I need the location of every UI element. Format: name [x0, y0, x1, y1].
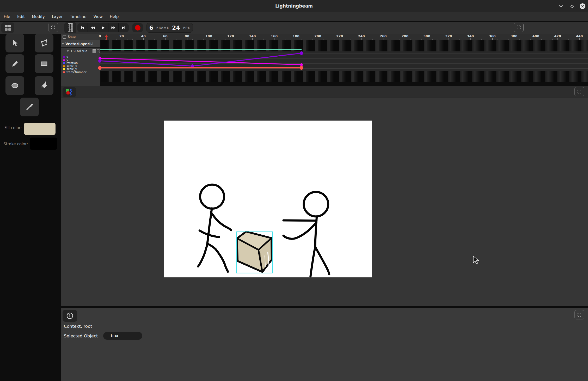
frame-cells-row[interactable]: [100, 71, 588, 82]
ruler-label: 340: [467, 34, 474, 38]
property-row-scale_y[interactable]: scale_y: [61, 68, 100, 71]
go-to-start-button[interactable]: [77, 23, 88, 32]
fill-color-swatch[interactable]: [24, 123, 56, 135]
context-label: Context: root: [64, 324, 92, 329]
ruler-tick: [165, 38, 166, 40]
info-tab-button[interactable]: [63, 310, 77, 322]
toolbox-expand-button[interactable]: [48, 23, 58, 32]
ruler-label: 380: [511, 34, 517, 38]
ruler-tick: [579, 38, 580, 40]
expand-icon: [51, 25, 55, 29]
go-to-end-button[interactable]: [119, 23, 129, 32]
menu-timeline[interactable]: Timeline: [70, 14, 87, 19]
fps-label: FPS: [183, 26, 190, 29]
property-row-frameNumber[interactable]: frameNumber: [61, 71, 100, 74]
stroke-color-swatch[interactable]: [30, 138, 57, 150]
animation-curves[interactable]: [100, 51, 588, 71]
canvas-expand-button[interactable]: [574, 87, 584, 96]
menu-layer[interactable]: Layer: [52, 14, 63, 19]
layer-row-vectorlayer[interactable]: ▼ VectorLayer [L]: [61, 40, 100, 47]
pencil-tool[interactable]: [5, 54, 24, 73]
timeline-film-button[interactable]: [64, 22, 76, 33]
keyframe-x[interactable]: [300, 51, 303, 55]
ruler-label: 220: [336, 34, 343, 38]
menu-file[interactable]: File: [4, 14, 10, 19]
property-row-x[interactable]: x: [61, 56, 100, 59]
close-icon: [579, 3, 586, 10]
ruler-label: 100: [205, 34, 212, 38]
film-strip-icon: [68, 23, 73, 32]
box-object[interactable]: [237, 231, 273, 273]
property-color-dot: [63, 68, 65, 70]
menu-bar: FileEditModifyLayerTimelineViewHelp: [0, 12, 588, 21]
ruler-tick: [427, 38, 427, 40]
record-button[interactable]: [132, 23, 143, 32]
chevron-down-icon[interactable]: ▼: [67, 50, 69, 52]
chevron-down-icon: [558, 4, 564, 9]
ruler-label: 140: [249, 34, 256, 38]
stick-figure-right[interactable]: [283, 192, 329, 277]
paint-bucket-tool[interactable]: [35, 76, 53, 95]
layer-name: VectorLayer: [65, 42, 89, 46]
fast-forward-icon: [111, 26, 116, 30]
inspector-panel: Context: root Selected Object box: [61, 308, 588, 381]
layer-swatch-button[interactable]: [93, 49, 96, 53]
keyframe-x[interactable]: [98, 59, 101, 63]
ruler-label: 260: [380, 34, 387, 38]
ruler-tick: [187, 38, 187, 40]
inspector-expand-button[interactable]: [574, 310, 584, 319]
snap-row: Snap: [61, 34, 100, 40]
info-icon: [66, 312, 74, 319]
tool-sidebar: Fill color: Stroke color:: [0, 34, 61, 381]
menu-modify[interactable]: Modify: [32, 14, 45, 19]
timeline-ruler[interactable]: 0204060801001201401601802002202402602803…: [100, 34, 588, 40]
property-color-dot: [63, 59, 65, 61]
menu-edit[interactable]: Edit: [17, 14, 25, 19]
menu-help[interactable]: Help: [110, 14, 119, 19]
property-row-rotation[interactable]: rotation: [61, 62, 100, 65]
rectangle-icon: [39, 59, 49, 68]
stick-figure-left[interactable]: [198, 185, 231, 272]
ellipse-tool[interactable]: [5, 76, 24, 95]
select-tool[interactable]: [5, 34, 24, 52]
layer-tilde-button[interactable]: ~: [97, 49, 100, 53]
maximize-button[interactable]: [568, 2, 576, 10]
canvas-panel: [61, 86, 588, 306]
ruler-tick: [383, 38, 383, 40]
chevron-down-icon[interactable]: ▼: [62, 43, 64, 45]
keyframe-y[interactable]: [300, 63, 303, 66]
window-title: Lightningbeam: [0, 0, 588, 12]
rectangle-tool[interactable]: [35, 54, 53, 73]
ruler-label: 0: [99, 34, 101, 38]
timeline-tracks[interactable]: [100, 40, 588, 82]
layer-row-object[interactable]: ▼ 151ad70a… ~: [61, 48, 100, 54]
keyframe-frameNumber[interactable]: [98, 66, 102, 70]
frame-fps-display: 6 FRAME 24 FPS: [146, 23, 193, 33]
drawing-canvas[interactable]: [164, 121, 372, 277]
property-color-dot: [63, 65, 65, 67]
property-label: scale_y: [66, 68, 77, 70]
fast-forward-button[interactable]: [108, 23, 119, 32]
keyframe-frameNumber[interactable]: [300, 66, 303, 70]
minimize-button[interactable]: [557, 2, 565, 10]
rewind-button[interactable]: [88, 23, 98, 32]
snap-label: Snap: [68, 35, 76, 39]
sublayer-name: 151ad70a…: [70, 49, 91, 53]
transform-tool[interactable]: [35, 34, 53, 52]
pencil-icon: [10, 59, 20, 68]
eyedropper-tool[interactable]: [20, 98, 39, 116]
snap-checkbox[interactable]: [63, 35, 66, 39]
curve-y[interactable]: [100, 58, 302, 65]
selected-object-value[interactable]: box: [103, 332, 142, 340]
close-button[interactable]: [579, 2, 586, 10]
ruler-tick: [536, 38, 536, 40]
play-button[interactable]: [98, 23, 108, 32]
panel-grid-button[interactable]: [1, 22, 14, 33]
lightningbeam-window: Lightningbeam FileEditModifyLayerTimelin…: [0, 0, 588, 381]
timeline-expand-button[interactable]: [514, 23, 524, 32]
layer-span-bar[interactable]: [100, 49, 302, 50]
menu-view[interactable]: View: [93, 14, 103, 19]
ruler-tick: [122, 38, 122, 40]
canvas-tab-button[interactable]: [63, 87, 76, 97]
skip-to-start-icon: [80, 26, 85, 30]
